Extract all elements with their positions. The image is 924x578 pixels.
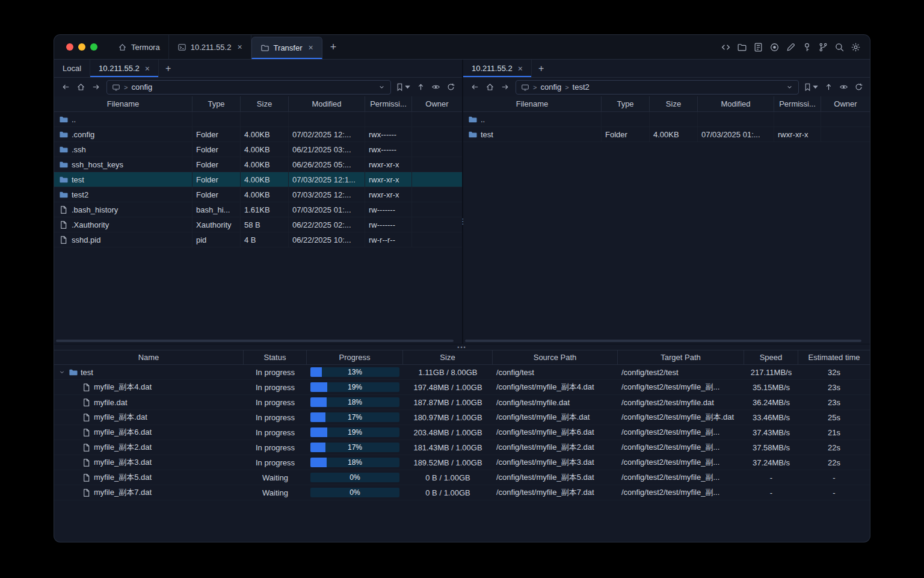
file-icon [59, 205, 68, 214]
bookmark-button[interactable] [803, 81, 820, 94]
file-row[interactable]: .Xauthority Xauthority 58 B 06/22/2025 0… [54, 217, 462, 232]
log-button[interactable] [753, 42, 763, 52]
file-row[interactable]: .ssh Folder 4.00KB 06/21/2025 03:... rwx… [54, 142, 462, 157]
port-forwarding-button[interactable] [818, 42, 828, 52]
progress-label: 17% [310, 443, 399, 452]
file-row[interactable]: .. [54, 112, 462, 127]
breadcrumb-segment[interactable]: config [540, 82, 561, 92]
chevron-down-icon[interactable] [786, 83, 793, 91]
refresh-button[interactable] [852, 81, 865, 94]
column-header-target-path[interactable]: Target Path [618, 350, 744, 364]
column-header-size[interactable]: Size [650, 96, 698, 111]
column-header-modified[interactable]: Modified [289, 96, 365, 111]
path-breadcrumb[interactable]: > config > test2 [516, 80, 799, 95]
column-header-source-path[interactable]: Source Path [493, 350, 618, 364]
breadcrumb-segment[interactable]: test2 [573, 82, 590, 92]
chevron-down-icon[interactable] [378, 83, 386, 91]
transfer-row[interactable]: myfile.dat In progress 18% 187.87MB / 1.… [54, 395, 870, 410]
tab-termora[interactable]: Termora [109, 35, 169, 59]
column-header-size[interactable]: Size [403, 350, 493, 364]
close-tab-icon[interactable]: × [309, 43, 313, 52]
column-header-owner[interactable]: Owner [412, 96, 462, 111]
column-header-permissions[interactable]: Permissi... [365, 96, 412, 111]
code-button[interactable] [721, 42, 731, 52]
owner-cell [412, 232, 462, 247]
back-button[interactable] [59, 81, 72, 94]
settings-button[interactable] [851, 42, 861, 52]
new-panel-tab-button[interactable]: + [532, 60, 550, 77]
new-tab-button[interactable]: + [322, 35, 345, 59]
speed-cell: 35.15MB/s [744, 380, 798, 394]
column-header-type[interactable]: Type [192, 96, 241, 111]
file-row[interactable]: test Folder 4.00KB 07/03/2025 01:... rwx… [463, 127, 870, 142]
transfer-row[interactable]: myfile_副本5.dat Waiting 0% 0 B / 1.00GB /… [54, 470, 870, 485]
column-header-name[interactable]: Name [54, 350, 244, 364]
parent-directory-button[interactable] [822, 81, 835, 94]
forward-button[interactable] [498, 81, 511, 94]
column-header-modified[interactable]: Modified [698, 96, 774, 111]
termora-window: Termora 10.211.55.2 × Transfer × + [54, 35, 870, 542]
path-breadcrumb[interactable]: > config [106, 80, 391, 95]
transfer-row[interactable]: myfile_副本4.dat In progress 19% 197.48MB … [54, 380, 870, 395]
file-row-selected[interactable]: test Folder 4.00KB 07/03/2025 12:1... rw… [54, 172, 462, 187]
column-header-permissions[interactable]: Permissi... [774, 96, 821, 111]
tab-terminal-10-211-55-2[interactable]: 10.211.55.2 × [169, 35, 251, 59]
show-hidden-files-button[interactable] [837, 81, 850, 94]
tab-transfer[interactable]: Transfer × [251, 37, 322, 59]
refresh-button[interactable] [444, 81, 457, 94]
horizontal-scrollbar[interactable] [465, 340, 861, 342]
close-tab-icon[interactable]: × [145, 64, 150, 73]
transfer-row[interactable]: myfile_副本2.dat In progress 17% 181.43MB … [54, 440, 870, 455]
column-header-owner[interactable]: Owner [821, 96, 870, 111]
tab-remote-10-211-55-2[interactable]: 10.211.55.2 × [463, 60, 532, 77]
minimize-window-button[interactable] [78, 43, 85, 51]
column-header-speed[interactable]: Speed [744, 350, 798, 364]
file-row[interactable]: ssh_host_keys Folder 4.00KB 06/26/2025 0… [54, 157, 462, 172]
forward-button[interactable] [89, 81, 102, 94]
source-path-cell: /config/test/myfile_副本7.dat [493, 485, 618, 500]
tab-local[interactable]: Local [54, 60, 90, 77]
progress-bar: 18% [310, 397, 399, 407]
transfer-row[interactable]: myfile_副本.dat In progress 17% 180.97MB /… [54, 410, 870, 425]
chevron-down-icon[interactable] [58, 368, 66, 376]
parent-directory-button[interactable] [414, 81, 427, 94]
file-row[interactable]: .bash_history bash_hi... 1.61KB 07/03/20… [54, 202, 462, 217]
column-header-type[interactable]: Type [602, 96, 650, 111]
column-header-filename[interactable]: Filename [463, 96, 602, 111]
file-row[interactable]: .config Folder 4.00KB 07/02/2025 12:... … [54, 127, 462, 142]
transfers-splitter[interactable]: ••• [54, 344, 870, 350]
horizontal-scrollbar[interactable] [56, 340, 454, 342]
back-button[interactable] [468, 81, 481, 94]
file-row[interactable]: test2 Folder 4.00KB 07/03/2025 12:... rw… [54, 187, 462, 202]
new-panel-tab-button[interactable]: + [159, 60, 177, 77]
transfer-row[interactable]: test In progress 13% 1.11GB / 8.00GB /co… [54, 365, 870, 380]
transfer-row[interactable]: myfile_副本6.dat In progress 19% 203.48MB … [54, 425, 870, 440]
show-hidden-files-button[interactable] [429, 81, 442, 94]
file-table-header: Filename Type Size Modified Permissi... … [463, 96, 870, 112]
zoom-window-button[interactable] [90, 43, 97, 51]
transfer-row[interactable]: myfile_副本3.dat In progress 18% 189.52MB … [54, 455, 870, 470]
close-tab-icon[interactable]: × [518, 64, 523, 73]
key-manager-button[interactable] [802, 42, 812, 52]
edit-button[interactable] [786, 42, 796, 52]
home-button[interactable] [483, 81, 496, 94]
file-row[interactable]: .. [463, 112, 870, 127]
breadcrumb-segment[interactable]: config [131, 82, 152, 92]
tab-remote-10-211-55-2[interactable]: 10.211.55.2 × [90, 60, 159, 77]
file-row[interactable]: sshd.pid pid 4 B 06/22/2025 10:... rw-r-… [54, 232, 462, 247]
home-button[interactable] [74, 81, 87, 94]
record-icon [769, 42, 780, 52]
close-tab-icon[interactable]: × [237, 43, 242, 51]
transfer-row[interactable]: myfile_副本7.dat Waiting 0% 0 B / 1.00GB /… [54, 485, 870, 500]
record-button[interactable] [769, 42, 780, 52]
column-header-status[interactable]: Status [244, 350, 307, 364]
close-window-button[interactable] [66, 43, 73, 51]
column-header-progress[interactable]: Progress [307, 350, 403, 364]
column-header-size[interactable]: Size [241, 96, 289, 111]
source-path-cell: /config/test/myfile_副本2.dat [493, 440, 618, 455]
column-header-filename[interactable]: Filename [54, 96, 192, 111]
bookmark-button[interactable] [395, 81, 412, 94]
sftp-button[interactable] [737, 42, 747, 52]
search-button[interactable] [834, 42, 845, 52]
column-header-estimated-time[interactable]: Estimated time [798, 350, 870, 364]
